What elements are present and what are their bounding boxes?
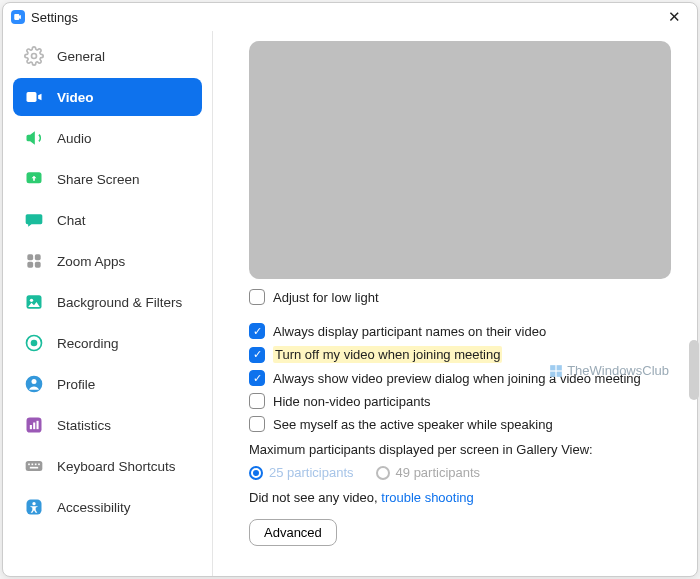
watermark-text: TheWindowsClub [567, 363, 669, 378]
sidebar-item-accessibility[interactable]: Accessibility [13, 488, 202, 526]
checkbox-hide-nonvideo[interactable] [249, 393, 265, 409]
video-icon [23, 86, 45, 108]
sidebar-item-share-screen[interactable]: Share Screen [13, 160, 202, 198]
radio-25-participants[interactable]: 25 participants [249, 465, 354, 480]
svg-rect-1 [27, 92, 37, 102]
zoom-app-icon [11, 10, 25, 24]
close-button[interactable]: ✕ [662, 6, 687, 28]
sidebar-item-label: General [57, 49, 105, 64]
sidebar-item-label: Chat [57, 213, 86, 228]
settings-window: Settings ✕ General Video Audio Share Scr… [2, 2, 698, 577]
checkbox-active-speaker[interactable] [249, 416, 265, 432]
svg-point-10 [31, 340, 38, 347]
sidebar-item-label: Share Screen [57, 172, 140, 187]
sidebar-item-label: Audio [57, 131, 92, 146]
label-adjust-low-light: Adjust for low light [273, 290, 379, 305]
label-display-names: Always display participant names on thei… [273, 324, 546, 339]
no-video-text: Did not see any video, [249, 490, 378, 505]
sidebar-item-profile[interactable]: Profile [13, 365, 202, 403]
radio-label-49: 49 participants [396, 465, 481, 480]
checkbox-video-preview-dialog[interactable] [249, 370, 265, 386]
sidebar-item-label: Statistics [57, 418, 111, 433]
radio-label-25: 25 participants [269, 465, 354, 480]
svg-point-0 [32, 54, 37, 59]
svg-rect-6 [35, 262, 41, 268]
settings-content: Adjust for low light Always display part… [213, 31, 697, 576]
keyboard-icon [23, 455, 45, 477]
svg-rect-27 [550, 371, 555, 376]
sidebar-item-label: Recording [57, 336, 119, 351]
advanced-button[interactable]: Advanced [249, 519, 337, 546]
sidebar-item-zoom-apps[interactable]: Zoom Apps [13, 242, 202, 280]
svg-rect-4 [35, 254, 41, 260]
label-hide-nonvideo: Hide non-video participants [273, 394, 431, 409]
settings-sidebar: General Video Audio Share Screen Chat Zo [3, 31, 213, 576]
svg-rect-28 [557, 371, 562, 376]
svg-rect-14 [30, 425, 32, 429]
general-icon [23, 45, 45, 67]
checkbox-display-names[interactable] [249, 323, 265, 339]
svg-rect-26 [557, 365, 562, 370]
svg-rect-18 [28, 464, 30, 466]
chat-icon [23, 209, 45, 231]
audio-icon [23, 127, 45, 149]
watermark: TheWindowsClub [549, 363, 669, 378]
share-screen-icon [23, 168, 45, 190]
svg-rect-21 [38, 464, 40, 466]
sidebar-item-general[interactable]: General [13, 37, 202, 75]
svg-rect-17 [26, 461, 43, 471]
video-preview [249, 41, 671, 279]
scrollbar-thumb[interactable] [689, 340, 699, 400]
svg-rect-22 [30, 467, 38, 469]
sidebar-item-label: Video [57, 90, 94, 105]
svg-point-24 [32, 502, 35, 505]
recording-icon [23, 332, 45, 354]
sidebar-item-keyboard-shortcuts[interactable]: Keyboard Shortcuts [13, 447, 202, 485]
background-icon [23, 291, 45, 313]
gallery-view-label: Maximum participants displayed per scree… [249, 442, 671, 457]
radio-49-participants[interactable]: 49 participants [376, 465, 481, 480]
sidebar-item-video[interactable]: Video [13, 78, 202, 116]
label-turn-off-video: Turn off my video when joining meeting [273, 346, 502, 363]
sidebar-item-chat[interactable]: Chat [13, 201, 202, 239]
apps-icon [23, 250, 45, 272]
svg-point-12 [32, 379, 37, 384]
troubleshooting-link[interactable]: trouble shooting [381, 490, 474, 505]
svg-rect-20 [35, 464, 37, 466]
sidebar-item-label: Profile [57, 377, 95, 392]
window-title: Settings [31, 10, 78, 25]
statistics-icon [23, 414, 45, 436]
label-active-speaker: See myself as the active speaker while s… [273, 417, 553, 432]
sidebar-item-label: Zoom Apps [57, 254, 125, 269]
sidebar-item-label: Background & Filters [57, 295, 182, 310]
svg-rect-3 [27, 254, 33, 260]
titlebar: Settings ✕ [3, 3, 697, 31]
svg-rect-5 [27, 262, 33, 268]
checkbox-turn-off-video[interactable] [249, 347, 265, 363]
windows-icon [549, 364, 563, 378]
profile-icon [23, 373, 45, 395]
sidebar-item-audio[interactable]: Audio [13, 119, 202, 157]
sidebar-item-recording[interactable]: Recording [13, 324, 202, 362]
sidebar-item-label: Accessibility [57, 500, 131, 515]
sidebar-item-background-filters[interactable]: Background & Filters [13, 283, 202, 321]
svg-rect-16 [37, 421, 39, 429]
svg-rect-19 [32, 464, 34, 466]
sidebar-item-statistics[interactable]: Statistics [13, 406, 202, 444]
accessibility-icon [23, 496, 45, 518]
svg-point-8 [30, 299, 33, 302]
svg-rect-15 [33, 423, 35, 430]
svg-rect-25 [550, 365, 555, 370]
checkbox-adjust-low-light[interactable] [249, 289, 265, 305]
sidebar-item-label: Keyboard Shortcuts [57, 459, 176, 474]
